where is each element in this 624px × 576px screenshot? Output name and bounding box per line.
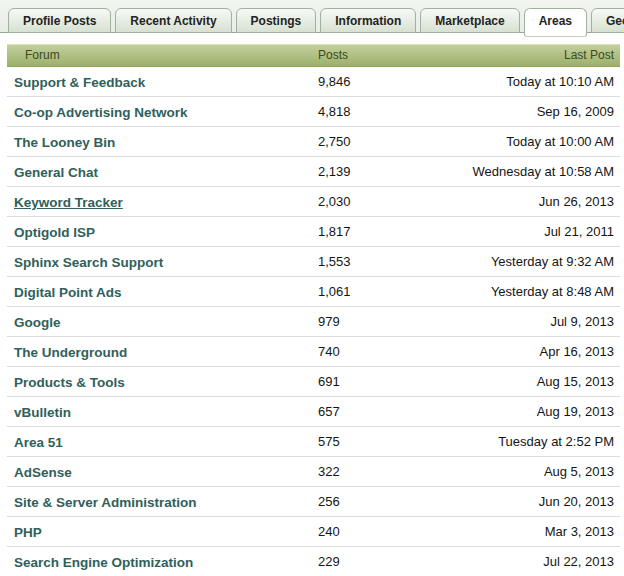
tab-strip: Profile PostsRecent ActivityPostingsInfo… [0,0,624,33]
forum-link[interactable]: vBulletin [14,405,71,420]
forum-cell: Keyword Tracker [7,187,318,216]
column-header-last-post: Last Post [468,45,620,66]
forum-cell: Support & Feedback [7,67,318,96]
forum-cell: vBulletin [7,397,318,426]
tab-list: Profile PostsRecent ActivityPostingsInfo… [8,8,624,32]
last-post-time: Jul 9, 2013 [468,307,620,336]
forum-link[interactable]: General Chat [14,165,98,180]
last-post-time: Today at 10:10 AM [468,67,620,96]
posts-count: 2,139 [318,157,468,186]
last-post-time: Aug 5, 2013 [468,457,620,486]
last-post-time: Aug 15, 2013 [468,367,620,396]
table-row: Digital Point Ads1,061Yesterday at 8:48 … [7,277,620,307]
table-row: Co-op Advertising Network4,818Sep 16, 20… [7,97,620,127]
posts-count: 691 [318,367,468,396]
forum-link[interactable]: Digital Point Ads [14,285,122,300]
table-header-row: Forum Posts Last Post [7,44,620,67]
forum-link[interactable]: Co-op Advertising Network [14,105,188,120]
table-row: Google979Jul 9, 2013 [7,307,620,337]
table-row: The Looney Bin2,750Today at 10:00 AM [7,127,620,157]
last-post-time: Yesterday at 9:32 AM [468,247,620,276]
posts-count: 322 [318,457,468,486]
last-post-time: Wednesday at 10:58 AM [468,157,620,186]
forum-cell: The Looney Bin [7,127,318,156]
forum-cell: Site & Server Administration [7,487,318,516]
last-post-time: Apr 16, 2013 [468,337,620,366]
column-header-forum: Forum [7,45,318,66]
forum-link[interactable]: Products & Tools [14,375,125,390]
table-row: Keyword Tracker2,030Jun 26, 2013 [7,187,620,217]
table-row: AdSense322Aug 5, 2013 [7,457,620,487]
table-row: Support & Feedback9,846Today at 10:10 AM [7,67,620,97]
forum-cell: AdSense [7,457,318,486]
table-body: Support & Feedback9,846Today at 10:10 AM… [7,67,620,576]
posts-count: 740 [318,337,468,366]
table-row: PHP240Mar 3, 2013 [7,517,620,547]
column-header-posts: Posts [318,45,468,66]
last-post-time: Yesterday at 8:48 AM [468,277,620,306]
last-post-time: Jun 20, 2013 [468,487,620,516]
posts-count: 9,846 [318,67,468,96]
forum-cell: Sphinx Search Support [7,247,318,276]
forum-cell: Co-op Advertising Network [7,97,318,126]
table-row: The Underground740Apr 16, 2013 [7,337,620,367]
forum-cell: General Chat [7,157,318,186]
tab-areas[interactable]: Areas [524,8,587,37]
forum-cell: Digital Point Ads [7,277,318,306]
forum-cell: PHP [7,517,318,546]
posts-count: 240 [318,517,468,546]
forum-link[interactable]: Support & Feedback [14,75,145,90]
forum-cell: Optigold ISP [7,217,318,246]
table-row: Optigold ISP1,817Jul 21, 2011 [7,217,620,247]
posts-count: 2,030 [318,187,468,216]
tab-marketplace[interactable]: Marketplace [420,8,519,33]
table-row: Search Engine Optimization229Jul 22, 201… [7,547,620,576]
tab-recent-activity[interactable]: Recent Activity [115,8,231,33]
last-post-time: Sep 16, 2009 [468,97,620,126]
posts-count: 979 [318,307,468,336]
tab-profile-posts[interactable]: Profile Posts [8,8,111,33]
forum-link[interactable]: AdSense [14,465,72,480]
forum-link[interactable]: The Looney Bin [14,135,115,150]
forum-link[interactable]: PHP [14,525,42,540]
posts-count: 229 [318,547,468,576]
table-row: Area 51575Tuesday at 2:52 PM [7,427,620,457]
forum-link[interactable]: The Underground [14,345,127,360]
forum-link[interactable]: Area 51 [14,435,63,450]
forum-cell: Search Engine Optimization [7,547,318,576]
last-post-time: Mar 3, 2013 [468,517,620,546]
posts-count: 1,553 [318,247,468,276]
tab-geo[interactable]: Geo [591,8,624,33]
posts-count: 657 [318,397,468,426]
table-row: Site & Server Administration256Jun 20, 2… [7,487,620,517]
table-row: Sphinx Search Support1,553Yesterday at 9… [7,247,620,277]
posts-count: 575 [318,427,468,456]
table-row: General Chat2,139Wednesday at 10:58 AM [7,157,620,187]
forum-link[interactable]: Keyword Tracker [14,195,123,210]
table-row: vBulletin657Aug 19, 2013 [7,397,620,427]
posts-count: 256 [318,487,468,516]
forum-link[interactable]: Search Engine Optimization [14,555,193,570]
posts-count: 4,818 [318,97,468,126]
last-post-time: Jul 21, 2011 [468,217,620,246]
forum-cell: Google [7,307,318,336]
tab-postings[interactable]: Postings [236,8,317,33]
forum-link[interactable]: Optigold ISP [14,225,95,240]
posts-count: 1,817 [318,217,468,246]
forum-link[interactable]: Google [14,315,61,330]
posts-count: 2,750 [318,127,468,156]
forum-stats-table: Forum Posts Last Post Support & Feedback… [7,44,620,576]
last-post-time: Aug 19, 2013 [468,397,620,426]
forum-cell: The Underground [7,337,318,366]
forum-link[interactable]: Sphinx Search Support [14,255,163,270]
forum-cell: Products & Tools [7,367,318,396]
posts-count: 1,061 [318,277,468,306]
last-post-time: Jun 26, 2013 [468,187,620,216]
tab-information[interactable]: Information [320,8,416,33]
last-post-time: Jul 22, 2013 [468,547,620,576]
forum-link[interactable]: Site & Server Administration [14,495,197,510]
forum-cell: Area 51 [7,427,318,456]
last-post-time: Tuesday at 2:52 PM [468,427,620,456]
table-row: Products & Tools691Aug 15, 2013 [7,367,620,397]
last-post-time: Today at 10:00 AM [468,127,620,156]
